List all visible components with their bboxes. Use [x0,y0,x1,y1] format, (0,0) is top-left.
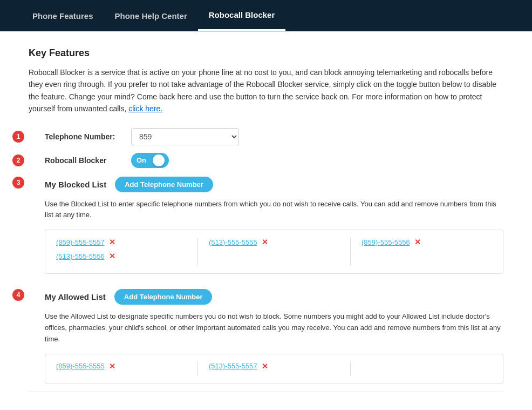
remove-859-555-5557[interactable]: ✕ [109,238,115,246]
remove-513-555-5557[interactable]: ✕ [262,362,268,371]
main-content: Key Features Robocall Blocker is a servi… [7,31,525,410]
telephone-row: 1 Telephone Number: 859 [29,128,503,145]
blocked-phone-list: (859)-555-5557 ✕ (513)-555-5556 ✕ (513)-… [45,230,503,274]
phone-number-513-555-5555[interactable]: (513)-555-5555 [209,238,257,246]
toggle-knob [153,154,165,166]
bottom-divider [29,392,503,392]
list-item: (513)-555-5556 ✕ [56,252,187,260]
allowed-column-3 [351,362,503,376]
phone-number-859-555-5557[interactable]: (859)-555-5557 [56,238,105,246]
key-features-section: Key Features Robocall Blocker is a servi… [29,48,503,115]
remove-859-555-5556[interactable]: ✕ [414,238,421,246]
telephone-select[interactable]: 859 [131,128,239,145]
allowed-column-1: (859)-555-5555 ✕ [45,362,198,376]
toggle-text: On [137,156,146,164]
phone-number-513-555-5557[interactable]: (513)-555-5557 [209,362,257,370]
toggle-label: Robocall Blocker [45,156,131,165]
list-item: (513)-555-5557 ✕ [209,362,339,371]
robocall-toggle[interactable]: On [131,153,169,168]
click-here-link[interactable]: click here. [128,104,162,113]
step-3-badge: 3 [12,177,24,189]
nav-bar: Phone Features Phone Help Center Robocal… [0,0,532,31]
blocked-column-1: (859)-555-5557 ✕ (513)-555-5556 ✕ [45,238,198,266]
key-features-title: Key Features [29,48,503,59]
telephone-label: Telephone Number: [45,132,131,141]
add-allowed-number-button[interactable]: Add Telephone Number [114,289,213,305]
step-1-badge: 1 [12,131,24,143]
blocked-column-3: (859)-555-5556 ✕ [351,238,503,266]
step-2-badge: 2 [12,154,24,166]
blocked-list-header: My Blocked List Add Telephone Number [45,177,503,192]
blocked-list-title: My Blocked List [45,180,106,189]
list-item: (859)-555-5555 ✕ [56,362,187,371]
phone-number-859-555-5556[interactable]: (859)-555-5556 [362,238,410,246]
blocked-list-description: Use the Blocked List to enter specific t… [45,199,503,221]
list-item: (859)-555-5557 ✕ [56,238,187,246]
remove-513-555-5556[interactable]: ✕ [109,252,115,260]
key-features-description: Robocall Blocker is a service that is ac… [29,66,503,115]
list-item: (859)-555-5556 ✕ [362,238,492,246]
allowed-column-2: (513)-555-5557 ✕ [198,362,351,376]
remove-859-555-5555[interactable]: ✕ [109,362,115,371]
allowed-list-description: Use the Allowed List to designate specif… [45,311,503,345]
nav-robocall-blocker[interactable]: Robocall Blocker [198,1,286,31]
phone-number-859-555-5555[interactable]: (859)-555-5555 [56,362,105,370]
blocked-column-2: (513)-555-5555 ✕ [198,238,351,266]
allowed-list-section: 4 My Allowed List Add Telephone Number U… [29,289,503,384]
allowed-list-title: My Allowed List [45,292,106,301]
toggle-row: 2 Robocall Blocker On [29,153,503,168]
nav-phone-features[interactable]: Phone Features [22,2,104,30]
step-4-badge: 4 [12,289,24,301]
allowed-list-header: My Allowed List Add Telephone Number [45,289,503,305]
add-blocked-number-button[interactable]: Add Telephone Number [115,177,213,192]
list-item: (513)-555-5555 ✕ [209,238,339,246]
blocked-list-section: 3 My Blocked List Add Telephone Number U… [29,177,503,274]
phone-number-513-555-5556[interactable]: (513)-555-5556 [56,252,105,260]
nav-phone-help-center[interactable]: Phone Help Center [104,2,198,30]
remove-513-555-5555[interactable]: ✕ [262,238,268,246]
allowed-phone-list: (859)-555-5555 ✕ (513)-555-5557 ✕ [45,354,503,384]
